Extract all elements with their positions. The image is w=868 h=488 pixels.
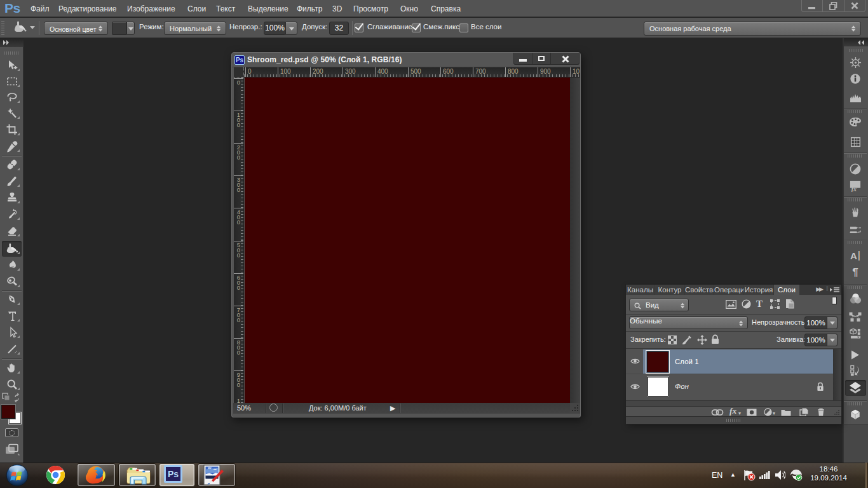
svg-text:fx: fx xyxy=(851,186,857,192)
